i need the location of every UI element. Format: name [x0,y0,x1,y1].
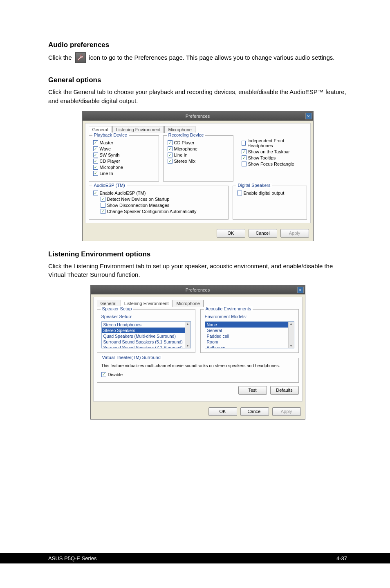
group-title-audioesp: AudioESP (TM) [92,183,127,188]
list-item[interactable]: Quad Speakers (Multi-drive Surround) [102,333,185,339]
preferences-dialog-general: Preferences × General Listening Environm… [82,111,314,241]
opt-show-tooltips[interactable]: ✓Show Tooltips [242,155,303,160]
playback-label: SW Synth [100,153,120,157]
checkbox-icon[interactable] [237,191,242,195]
option-label: Independent Front Headphones [247,138,303,148]
playback-label: Master [100,140,114,145]
list-item[interactable]: Room [205,339,288,345]
tab-general[interactable]: General [97,300,120,307]
list-item[interactable]: Surround Sound Speakers (7.1 Surround) [102,345,185,348]
checkbox-icon[interactable]: ✓ [168,140,173,145]
tab-listening[interactable]: Listening Environment [121,300,173,307]
checkbox-icon[interactable]: ✓ [93,191,98,195]
test-defaults-row: Test Defaults [97,383,299,398]
tab-microphone[interactable]: Microphone [164,126,195,133]
group-title-recording: Recording Device [167,132,206,137]
option-label: Enable digital output [244,191,285,195]
opt-enable-digital-output[interactable]: Enable digital output [237,191,303,195]
audio-pref-intro: Click the icon to go to the Preferences … [48,52,347,63]
scroll-up-icon[interactable]: ▲ [186,322,189,326]
opt-vts-disable[interactable]: ✓Disable [101,372,294,377]
checkbox-icon[interactable]: ✓ [242,155,247,160]
playback-label: Microphone [100,165,123,170]
opt-show-taskbar[interactable]: ✓Show on the Taskbar [242,149,303,154]
close-icon[interactable]: × [305,113,312,119]
playback-item[interactable]: ✓CD Player [93,159,155,164]
recording-item[interactable]: ✓Line In [168,153,229,157]
checkbox-icon[interactable]: ✓ [93,165,98,170]
opt-detect-startup[interactable]: ✓Detect New Devices on Startup [101,197,224,202]
playback-item[interactable]: ✓Master [93,140,155,145]
tab-microphone[interactable]: Microphone [173,300,203,307]
recording-label: Line In [174,153,188,157]
group-playback-device: Playback Device ✓Master ✓Wave ✓SW Synth … [89,135,159,182]
checkbox-icon[interactable]: ✓ [93,171,98,176]
recording-item[interactable]: ✓Stereo Mix [168,159,229,164]
recording-item[interactable]: ✓Microphone [168,146,229,151]
checkbox-icon[interactable]: ✓ [93,146,98,151]
opt-independent-headphones[interactable]: Independent Front Headphones [242,138,303,148]
checkbox-icon[interactable] [242,141,246,146]
scroll-down-icon[interactable]: ▼ [186,344,189,348]
checkbox-icon[interactable]: ✓ [101,372,106,377]
group-audioesp: AudioESP (TM) ✓Enable AudioESP (TM) ✓Det… [89,186,229,220]
tab-bar: General Listening Environment Microphone [89,126,307,133]
list-item[interactable]: Surround Sound Speakers (5.1 Surround) [102,339,185,345]
playback-label: Wave [100,146,111,151]
apply-button[interactable]: Apply [272,407,301,416]
list-item[interactable]: General [205,328,288,333]
list-item[interactable]: Stereo Speakers [102,328,185,333]
group-title-vts: Virtual Theater(TM) Surround [101,355,162,360]
checkbox-icon[interactable]: ✓ [93,140,98,145]
opt-change-cfg-auto[interactable]: ✓Change Speaker Configuration Automatica… [101,209,224,214]
cancel-button[interactable]: Cancel [249,229,277,238]
playback-item[interactable]: ✓Line In [93,171,155,176]
group-digital-speakers: Digital Speakers Enable digital output [233,186,307,220]
checkbox-icon[interactable]: ✓ [168,146,173,151]
tab-listening[interactable]: Listening Environment [112,126,164,133]
scrollbar[interactable]: ▲▼ [288,322,294,348]
ok-button[interactable]: OK [208,407,237,416]
checkbox-icon[interactable]: ✓ [101,197,105,202]
speaker-listbox[interactable]: Stereo Headphones Stereo Speakers Quad S… [101,321,191,348]
option-label: Show on the Taskbar [248,149,290,154]
list-item[interactable]: None [205,322,288,328]
footer-left: ASUS P5Q-E Series [48,555,97,561]
checkbox-icon[interactable] [242,162,247,166]
opt-enable-audioesp[interactable]: ✓Enable AudioESP (TM) [93,191,224,195]
vts-description: This feature virtualizes multi-channel m… [101,363,294,369]
playback-item[interactable]: ✓SW Synth [93,153,155,157]
checkbox-icon[interactable]: ✓ [168,159,173,164]
checkbox-icon[interactable]: ✓ [93,153,98,157]
playback-label: Line In [100,171,113,176]
playback-item[interactable]: ✓Microphone [93,165,155,170]
tab-general[interactable]: General [89,126,112,133]
recording-label: Stereo Mix [174,159,196,164]
playback-item[interactable]: ✓Wave [93,146,155,151]
list-item[interactable]: Bathroom [205,345,288,348]
recording-item[interactable]: ✓CD Player [168,140,229,145]
checkbox-icon[interactable]: ✓ [168,153,173,157]
recording-label: Microphone [174,146,197,151]
wrench-icon [75,52,86,63]
listening-env-intro: Click the Listening Environment tab to s… [48,262,347,280]
scroll-up-icon[interactable]: ▲ [289,322,293,326]
defaults-button[interactable]: Defaults [270,386,299,395]
checkbox-icon[interactable]: ✓ [242,149,247,154]
opt-show-disconnect[interactable]: Show Disconnection Messages [101,203,224,208]
cancel-button[interactable]: Cancel [240,407,269,416]
list-item[interactable]: Stereo Headphones [102,322,185,328]
scroll-down-icon[interactable]: ▼ [289,344,293,348]
ok-button[interactable]: OK [217,229,245,238]
heading-listening-env: Listening Environment options [48,250,347,258]
checkbox-icon[interactable]: ✓ [101,209,105,214]
scrollbar[interactable]: ▲▼ [185,322,191,348]
test-button[interactable]: Test [238,386,267,395]
opt-show-focus-rect[interactable]: Show Focus Rectangle [242,162,303,166]
apply-button[interactable]: Apply [280,229,309,238]
checkbox-icon[interactable]: ✓ [93,159,98,164]
close-icon[interactable]: × [297,287,304,293]
list-item[interactable]: Padded cell [205,333,288,339]
acoustic-listbox[interactable]: None General Padded cell Room Bathroom ▲… [205,321,294,348]
checkbox-icon[interactable] [101,203,105,208]
